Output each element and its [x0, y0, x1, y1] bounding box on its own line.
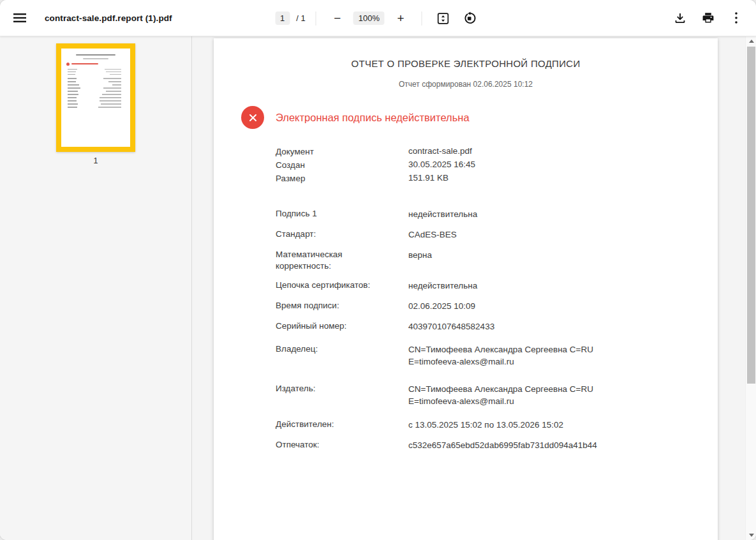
rotate-icon — [463, 11, 477, 25]
kv-label: Размер — [276, 173, 305, 184]
kv-value: c532e657a65ebd52dab6995fab731dd094a41b44 — [408, 439, 597, 451]
zoom-in-button[interactable]: + — [390, 8, 411, 29]
kv-label: Цепочка сертификатов: — [276, 280, 370, 291]
page-total-label: / 1 — [296, 13, 305, 23]
toolbar-separator — [422, 11, 422, 26]
invalid-cross-icon — [241, 106, 264, 129]
kv-row: Отпечаток: c532e657a65ebd52dab6995fab731… — [276, 439, 718, 451]
kv-label: Издатель: — [276, 383, 315, 394]
scroll-up-arrow[interactable] — [746, 36, 756, 46]
kv-value: 02.06.2025 10:09 — [408, 300, 475, 312]
kv-row: Математическая корректность: верна — [276, 249, 718, 272]
kv-value: 151.91 KB — [408, 172, 448, 185]
scroll-down-arrow[interactable] — [746, 530, 756, 540]
thumbnail-sidebar: 1 — [0, 36, 192, 540]
signature-info-block: Подпись 1 недействительна Стандарт: CAdE… — [276, 208, 718, 451]
kv-value: верна — [408, 249, 432, 272]
kv-row: Издатель: CN=Тимофеева Александра Сергее… — [276, 383, 718, 407]
more-options-button[interactable] — [725, 7, 747, 29]
kv-value: 30.05.2025 16:45 — [408, 158, 475, 172]
scrollbar-thumb[interactable] — [747, 47, 755, 384]
download-button[interactable] — [669, 7, 691, 29]
kv-value: недействительна — [408, 280, 477, 292]
pdf-page: ОТЧЕТ О ПРОВЕРКЕ ЭЛЕКТРОННОЙ ПОДПИСИ Отч… — [214, 38, 718, 540]
kv-label: Действителен: — [276, 419, 334, 430]
kv-label: Владелец: — [276, 343, 318, 355]
signature-status: Электронная подпись недействительна — [241, 106, 718, 129]
kv-label: Время подписи: — [276, 300, 339, 311]
kv-label: Документ — [276, 146, 314, 158]
kv-label: Отпечаток: — [276, 439, 320, 451]
kv-row: Действителен: с 13.05.2025 15:02 по 13.0… — [276, 419, 718, 431]
toolbar-right-controls — [669, 7, 747, 29]
report-title: ОТЧЕТ О ПРОВЕРКЕ ЭЛЕКТРОННОЙ ПОДПИСИ — [214, 58, 718, 69]
kv-label: Серийный номер: — [276, 320, 346, 332]
kv-value: с 13.05.2025 15:02 по 13.05.2026 15:02 — [408, 419, 563, 431]
zoom-level-input[interactable]: 100% — [353, 11, 385, 25]
fit-to-page-button[interactable] — [433, 8, 454, 29]
page-viewer: ОТЧЕТ О ПРОВЕРКЕ ЭЛЕКТРОННОЙ ПОДПИСИ Отч… — [192, 36, 756, 540]
print-icon — [702, 11, 715, 24]
toolbar: contract-sale.pdf.report (1).pdf 1 / 1 −… — [0, 0, 756, 36]
fit-to-page-icon — [437, 12, 450, 25]
kv-row: Создан 30.05.2025 16:45 — [276, 158, 718, 172]
kv-value: 403970107648582433 — [408, 320, 494, 333]
kv-row: Время подписи: 02.06.2025 10:09 — [276, 300, 718, 312]
signature-status-text: Электронная подпись недействительна — [276, 112, 470, 124]
kv-row: Цепочка сертификатов: недействительна — [276, 280, 718, 292]
kv-row: Владелец: CN=Тимофеева Александра Сергее… — [276, 343, 718, 368]
hamburger-icon — [13, 13, 26, 23]
kv-label: Создан — [276, 160, 305, 171]
kv-row: Подпись 1 недействительна — [276, 208, 718, 220]
page-thumbnail[interactable] — [56, 43, 135, 152]
toolbar-separator — [316, 11, 316, 26]
report-subtitle: Отчет сформирован 02.06.2025 10:12 — [214, 80, 718, 89]
document-title: contract-sale.pdf.report (1).pdf — [45, 13, 172, 23]
kebab-menu-icon — [734, 11, 738, 24]
toolbar-center-controls: 1 / 1 − 100% + — [275, 0, 481, 36]
kv-row: Размер 151.91 KB — [276, 172, 718, 185]
kv-label: Математическая корректность: — [276, 249, 384, 272]
page-number-input[interactable]: 1 — [275, 11, 290, 25]
kv-row: Документ contract-sale.pdf — [276, 145, 718, 158]
kv-value: недействительна — [408, 208, 477, 220]
download-icon — [674, 11, 686, 24]
thumbnail-page-number: 1 — [94, 156, 98, 165]
thumbnail-preview — [65, 54, 126, 108]
vertical-scrollbar — [745, 36, 756, 540]
file-info-block: Документ contract-sale.pdf Создан 30.05.… — [276, 145, 718, 185]
kv-value: CN=Тимофеева Александра Сергеевна C=RU E… — [408, 343, 593, 368]
kv-value: CAdES-BES — [408, 229, 457, 241]
kv-row: Серийный номер: 403970107648582433 — [276, 320, 718, 333]
menu-icon[interactable] — [9, 7, 31, 29]
kv-row: Стандарт: CAdES-BES — [276, 229, 718, 241]
kv-label: Подпись 1 — [276, 208, 317, 220]
kv-value: CN=Тимофеева Александра Сергеевна C=RU E… — [408, 383, 593, 407]
print-button[interactable] — [697, 7, 719, 29]
kv-value: contract-sale.pdf — [408, 145, 472, 158]
rotate-button[interactable] — [459, 8, 481, 29]
viewer-body: 1 ОТЧЕТ О ПРОВЕРКЕ ЭЛЕКТРОННОЙ ПОДПИСИ О… — [0, 36, 756, 540]
zoom-out-button[interactable]: − — [327, 8, 348, 29]
pdf-viewer-window: contract-sale.pdf.report (1).pdf 1 / 1 −… — [0, 0, 756, 540]
kv-label: Стандарт: — [276, 229, 316, 240]
